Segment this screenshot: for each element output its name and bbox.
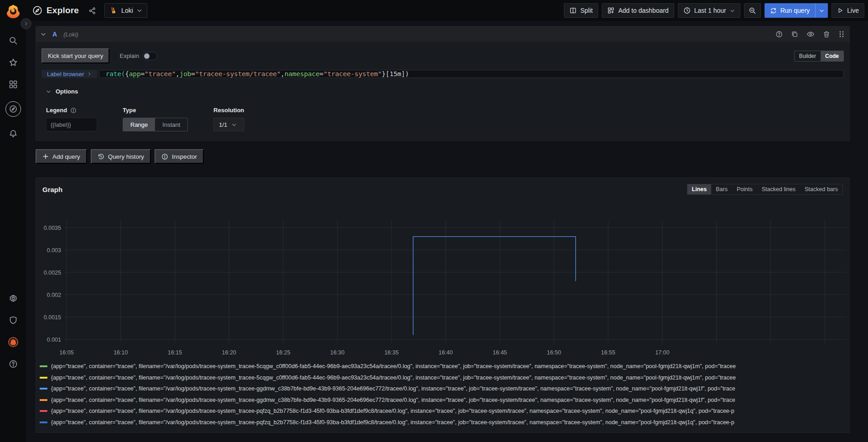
bell-icon: [9, 129, 18, 138]
topbar: Explore Loki Split Add to dashboard Last…: [26, 0, 868, 21]
kick-start-query-button[interactable]: Kick start your query: [41, 48, 109, 63]
mode-code[interactable]: Code: [821, 51, 843, 61]
live-button[interactable]: Live: [832, 3, 864, 18]
query-token: }[15m]): [382, 70, 409, 78]
plus-icon: [42, 153, 49, 160]
type-instant-option[interactable]: Instant: [155, 118, 187, 131]
chevron-down-icon: [137, 8, 142, 13]
time-range-picker[interactable]: Last 1 hour: [678, 3, 740, 18]
toggle-knob: [144, 53, 150, 59]
graph-tab-stacked-lines[interactable]: Stacked lines: [757, 184, 800, 194]
y-axis-tick-label: 0.0025: [44, 270, 61, 276]
legend-row[interactable]: {app="tracee", container="tracee", filen…: [40, 372, 849, 384]
history-icon: [98, 153, 104, 160]
inspector-button[interactable]: Inspector: [155, 149, 204, 164]
legend-series-label: {app="tracee", container="tracee", filen…: [51, 408, 734, 414]
x-axis-tick-label: 16:50: [547, 349, 561, 356]
graph-panel-title: Graph: [42, 186, 62, 193]
query-panel: A (Loki) Kick start your query Explain B…: [36, 26, 850, 141]
add-query-button[interactable]: Add query: [36, 149, 87, 164]
add-to-dashboard-button[interactable]: Add to dashboard: [602, 3, 674, 18]
legend-series-color: [40, 421, 47, 423]
sync-icon: [770, 7, 777, 14]
legend-row[interactable]: {app="tracee", container="tracee", filen…: [40, 406, 849, 417]
legend-series-color: [40, 399, 47, 401]
zoom-out-time-button[interactable]: [744, 3, 761, 18]
clock-icon: [683, 7, 691, 14]
query-token: rate(: [106, 70, 125, 78]
sidebar-item-search[interactable]: [8, 36, 18, 46]
delete-query-trash-icon[interactable]: [823, 31, 830, 38]
type-range-option[interactable]: Range: [123, 118, 155, 131]
query-token: app: [129, 70, 141, 78]
legend-option-label: Legend: [46, 107, 97, 114]
sidebar-item-starred[interactable]: [8, 57, 18, 68]
legend-series-label: {app="tracee", container="tracee", filen…: [51, 419, 734, 426]
play-icon: [837, 7, 843, 14]
chevron-down-icon: [819, 8, 824, 13]
series-line[interactable]: [413, 237, 575, 335]
drag-handle-icon[interactable]: [838, 31, 845, 38]
graph-tab-stacked-bars[interactable]: Stacked bars: [800, 184, 842, 194]
legend-series-color: [40, 410, 47, 412]
options-section-toggle[interactable]: Options: [46, 88, 844, 95]
query-help-icon[interactable]: [775, 31, 783, 38]
search-minus-icon: [749, 7, 756, 15]
run-query-caret[interactable]: [815, 3, 828, 18]
shield-icon: [9, 316, 18, 325]
x-axis-tick-label: 16:20: [222, 349, 236, 356]
x-axis-tick-label: 16:15: [168, 349, 182, 356]
query-token: ,: [281, 70, 285, 78]
legend-row[interactable]: {app="tracee", container="tracee", filen…: [40, 395, 849, 406]
share-icon[interactable]: [88, 7, 96, 15]
legend-row[interactable]: {app="tracee", container="tracee", filen…: [40, 361, 849, 372]
graph-tab-lines[interactable]: Lines: [687, 184, 712, 194]
sidebar-item-dashboards[interactable]: [8, 79, 18, 89]
type-option-label: Type: [123, 107, 188, 114]
grafana-logo[interactable]: [5, 4, 21, 19]
graph-tab-points[interactable]: Points: [732, 184, 757, 194]
sidebar-item-alerting[interactable]: [8, 129, 18, 139]
apps-icon: [9, 80, 18, 89]
timeseries-chart[interactable]: 0.00350.0030.00250.0020.00150.00116:0516…: [36, 195, 849, 360]
query-token: namespace: [284, 70, 320, 78]
x-axis-tick-label: 17:00: [655, 349, 669, 356]
label-browser-button[interactable]: Label browser: [41, 70, 97, 78]
mode-builder[interactable]: Builder: [795, 51, 821, 61]
graph-panel: Graph LinesBarsPointsStacked linesStacke…: [36, 177, 850, 433]
query-token: {: [125, 70, 129, 78]
sidebar-item-profile[interactable]: [8, 337, 18, 347]
datasource-picker[interactable]: Loki: [104, 3, 147, 18]
sidebar-expand-button[interactable]: [21, 18, 31, 29]
chart-legend: {app="tracee", container="tracee", filen…: [36, 360, 849, 428]
run-query-button[interactable]: Run query: [765, 3, 828, 18]
x-axis-tick-label: 16:55: [601, 349, 615, 356]
query-ref-id: A: [52, 31, 57, 38]
graph-tab-bars[interactable]: Bars: [711, 184, 732, 194]
query-expression-input[interactable]: rate({app="tracee",job="tracee-system/tr…: [99, 70, 844, 78]
legend-row[interactable]: {app="tracee", container="tracee", filen…: [40, 383, 849, 395]
collapse-chevron-icon[interactable]: [41, 31, 46, 37]
sidebar-item-configuration[interactable]: [8, 293, 18, 303]
split-button[interactable]: Split: [564, 3, 598, 18]
query-history-button[interactable]: Query history: [91, 149, 151, 164]
sidebar-item-server-admin[interactable]: [8, 315, 18, 325]
y-axis-tick-label: 0.0035: [44, 225, 61, 231]
info-circle-icon: [70, 107, 77, 114]
resolution-select[interactable]: 1/1: [213, 118, 244, 131]
legend-format-input[interactable]: [46, 118, 97, 131]
add-panel-icon: [607, 7, 615, 14]
legend-series-label: {app="tracee", container="tracee", filen…: [51, 374, 736, 381]
x-axis-tick-label: 16:25: [276, 349, 290, 356]
x-axis-tick-label: 16:40: [439, 349, 453, 356]
y-axis-tick-label: 0.001: [47, 337, 61, 343]
duplicate-query-icon[interactable]: [791, 31, 798, 38]
sidebar-item-explore[interactable]: [5, 101, 21, 117]
sidebar-item-help[interactable]: [8, 359, 18, 369]
query-row-header[interactable]: A (Loki): [36, 26, 849, 42]
toggle-visibility-eye-icon[interactable]: [806, 30, 815, 38]
resolution-option-label: Resolution: [213, 107, 244, 114]
explore-content: A (Loki) Kick start your query Explain B…: [26, 0, 868, 433]
explain-toggle[interactable]: [143, 52, 157, 60]
legend-row[interactable]: {app="tracee", container="tracee", filen…: [40, 417, 849, 428]
